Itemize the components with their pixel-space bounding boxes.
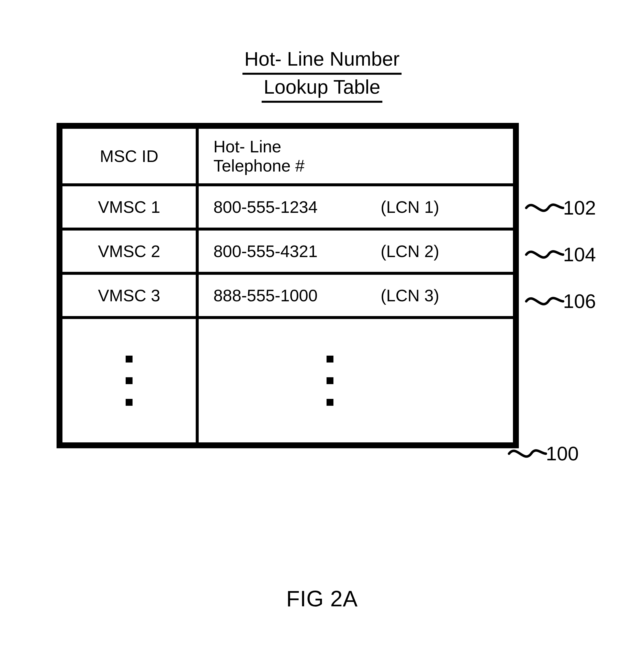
cell-msc-id: VMSC 1 <box>60 185 197 229</box>
msc-id-value: VMSC 3 <box>62 286 196 305</box>
msc-id-value: VMSC 1 <box>62 197 196 216</box>
title-line-1: Hot- Line Number <box>242 47 402 75</box>
figure-caption: FIG 2A <box>0 586 644 611</box>
callout-label: 106 <box>563 290 596 312</box>
callout-row-2: 104 <box>563 243 596 266</box>
callout-squiggle-icon <box>526 240 563 269</box>
table-more-row <box>60 318 516 445</box>
cell-msc-id: VMSC 3 <box>60 273 197 318</box>
callout-label: 102 <box>563 197 596 219</box>
title-line-2: Lookup Table <box>261 75 383 103</box>
header-hotline: Hot- Line Telephone # <box>197 126 516 185</box>
callout-row-3: 106 <box>563 290 596 313</box>
header-msc-id-label: MSC ID <box>62 147 196 166</box>
vertical-ellipsis-icon <box>327 319 513 442</box>
lcn-value: (LCN 3) <box>381 286 439 305</box>
callout-label: 100 <box>546 443 579 465</box>
msc-id-value: VMSC 2 <box>62 242 196 261</box>
header-hotline-label: Hot- Line Telephone # <box>199 137 513 175</box>
figure-page: Hot- Line Number Lookup Table MSC ID Hot… <box>0 0 644 668</box>
cell-hotline: 800-555-1234 (LCN 1) <box>197 185 516 229</box>
phone-value: 800-555-4321 <box>213 242 351 261</box>
phone-value: 800-555-1234 <box>213 197 351 216</box>
callout-label: 104 <box>563 244 596 265</box>
callout-table: 100 <box>546 442 579 465</box>
table-header-row: MSC ID Hot- Line Telephone # <box>60 126 516 185</box>
callout-squiggle-icon <box>526 193 563 223</box>
vertical-ellipsis-icon <box>62 319 196 442</box>
callout-squiggle-icon <box>509 439 546 468</box>
table-row: VMSC 3 888-555-1000 (LCN 3) <box>60 273 516 318</box>
table-row: VMSC 2 800-555-4321 (LCN 2) <box>60 229 516 273</box>
cell-msc-id: VMSC 2 <box>60 229 197 273</box>
cell-more-msc <box>60 318 197 445</box>
phone-value: 888-555-1000 <box>213 286 351 305</box>
cell-hotline: 800-555-4321 (LCN 2) <box>197 229 516 273</box>
lcn-value: (LCN 2) <box>381 242 439 261</box>
figure-title: Hot- Line Number Lookup Table <box>0 47 644 103</box>
cell-more-hotline <box>197 318 516 445</box>
table-row: VMSC 1 800-555-1234 (LCN 1) <box>60 185 516 229</box>
callout-row-1: 102 <box>563 197 596 219</box>
lookup-table-wrap: MSC ID Hot- Line Telephone # VMSC 1 800-… <box>57 123 519 448</box>
header-msc-id: MSC ID <box>60 126 197 185</box>
lcn-value: (LCN 1) <box>381 197 439 216</box>
cell-hotline: 888-555-1000 (LCN 3) <box>197 273 516 318</box>
lookup-table: MSC ID Hot- Line Telephone # VMSC 1 800-… <box>57 123 519 448</box>
callout-squiggle-icon <box>526 287 563 316</box>
